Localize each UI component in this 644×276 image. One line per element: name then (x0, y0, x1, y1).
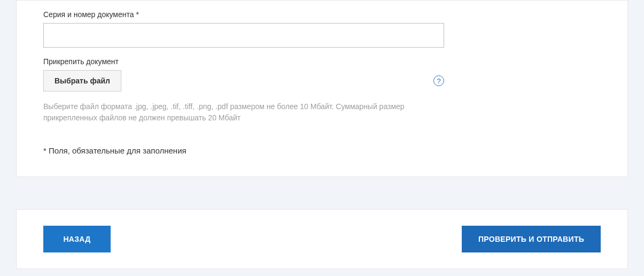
choose-file-button[interactable]: Выбрать файл (43, 70, 121, 91)
doc-number-input[interactable] (43, 23, 444, 48)
file-row: Выбрать файл ? (43, 70, 444, 91)
back-button[interactable]: НАЗАД (43, 226, 111, 252)
actions-card: НАЗАД ПРОВЕРИТЬ И ОТПРАВИТЬ (16, 209, 628, 269)
doc-number-label: Серия и номер документа * (43, 10, 601, 19)
help-icon[interactable]: ? (433, 75, 444, 86)
spacer (0, 177, 644, 209)
form-card: Серия и номер документа * Прикрепить док… (16, 0, 628, 177)
required-fields-note: * Поля, обязательные для заполнения (43, 146, 601, 155)
attach-label: Прикрепить документ (43, 57, 601, 66)
submit-button[interactable]: ПРОВЕРИТЬ И ОТПРАВИТЬ (462, 226, 601, 252)
file-hint-text: Выберите файл формата .jpg, .jpeg, .tif,… (43, 101, 417, 124)
